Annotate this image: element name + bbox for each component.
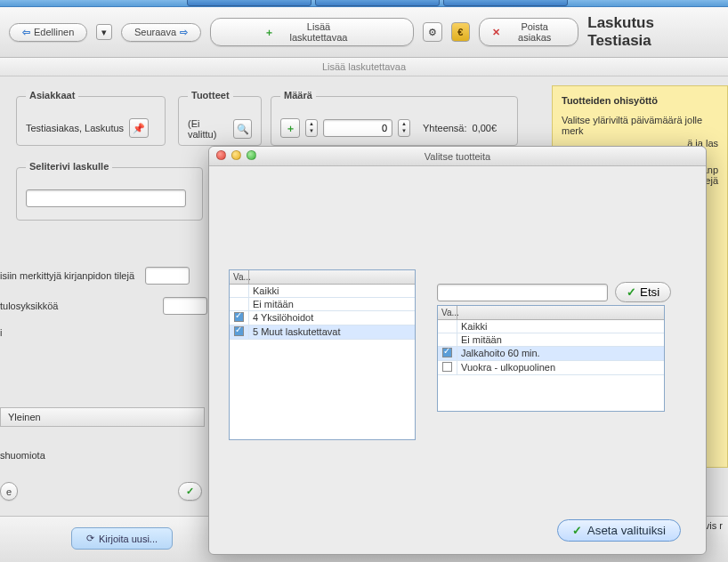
row-label: Kaikki: [457, 320, 664, 333]
attention-label: shuomiota: [0, 450, 45, 461]
amount-fieldset: Määrä ＋ ▲▼ ▲▼ Yhteensä: 0,00€: [271, 96, 518, 146]
row-checkbox-cell[interactable]: [230, 325, 249, 339]
check-icon: ✓: [627, 285, 636, 299]
list-item[interactable]: Ei mitään: [438, 333, 664, 347]
bottom-btn-right[interactable]: ✓: [178, 482, 202, 501]
next-button[interactable]: Seuraava ⇨: [121, 23, 201, 42]
list-item[interactable]: 5 Muut laskutettavat: [230, 325, 415, 340]
general-label: Yleinen: [8, 412, 41, 422]
arrow-right-icon: ⇨: [180, 27, 188, 38]
description-fieldset: Seliterivi laskulle: [16, 167, 203, 221]
main-toolbar: ⇦ Edellinen ▾ Seuraava ⇨ ＋ Lisää laskute…: [0, 7, 728, 58]
close-icon[interactable]: [216, 150, 226, 160]
row-label: Ei mitään: [457, 333, 664, 346]
search-button[interactable]: ✓ Etsi: [615, 282, 671, 302]
col-header-name[interactable]: [249, 270, 415, 284]
list-item[interactable]: Ei mitään: [230, 298, 415, 311]
description-legend: Seliterivi laskulle: [26, 161, 112, 172]
check-icon: ✓: [572, 524, 582, 537]
row-label: Jalkahoito 60 min.: [457, 347, 664, 360]
amount-input[interactable]: [323, 119, 392, 137]
euro-icon[interactable]: €: [451, 22, 471, 42]
row-label: Vuokra - ulkopuolinen: [457, 361, 664, 374]
checkbox-icon[interactable]: [442, 362, 452, 372]
list-item[interactable]: Kaikki: [230, 285, 415, 298]
amount-stepper-2[interactable]: ▲▼: [398, 119, 410, 137]
apply-selection-label: Aseta valituiksi: [587, 524, 666, 537]
row-label: Kaikki: [249, 285, 415, 297]
description-input[interactable]: [26, 189, 186, 207]
search-button-label: Etsi: [640, 285, 659, 299]
frag-unit-label: tulosyksikköä: [0, 301, 58, 311]
row-label: 5 Muut laskutettavat: [249, 325, 415, 339]
list-item[interactable]: Kaikki: [438, 320, 664, 333]
products-legend: Tuotteet: [188, 90, 233, 100]
total-label: Yhteensä:: [423, 123, 467, 133]
row-checkbox-cell[interactable]: [230, 285, 249, 297]
product-search-input[interactable]: [437, 284, 608, 301]
row-checkbox-cell[interactable]: [230, 298, 249, 310]
row-checkbox-cell[interactable]: [230, 311, 249, 325]
write-new-button[interactable]: ⟳ Kirjoita uusi...: [71, 527, 173, 550]
add-billable-label: Lisää laskutettavaa: [278, 21, 360, 43]
col-header-name-r[interactable]: [457, 306, 664, 319]
checkbox-icon[interactable]: [442, 348, 452, 357]
prev-button[interactable]: ⇦ Edellinen: [9, 23, 87, 42]
x-icon: ✕: [492, 27, 500, 38]
reload-icon: ⟳: [86, 533, 94, 544]
col-header-check[interactable]: Va...: [230, 270, 249, 284]
checkbox-icon[interactable]: [234, 326, 244, 336]
product-value: (Ei valittu): [188, 118, 228, 140]
row-label: Ei mitään: [249, 298, 415, 310]
products-fieldset: Tuotteet (Ei valittu) 🔍: [178, 96, 262, 146]
frag-accounts-input[interactable]: [145, 267, 190, 285]
customers-fieldset: Asiakkaat Testiasiakas, Laskutus 📌: [16, 96, 166, 146]
tools-icon[interactable]: ⚙: [423, 22, 442, 42]
checkbox-icon[interactable]: [234, 312, 244, 322]
list-item[interactable]: Vuokra - ulkopuolinen: [438, 361, 664, 375]
next-label: Seuraava: [134, 27, 176, 37]
history-dropdown[interactable]: ▾: [96, 24, 112, 40]
customers-legend: Asiakkaat: [26, 90, 78, 100]
write-new-label: Kirjoita uusi...: [99, 534, 158, 544]
total-value: 0,00€: [473, 123, 497, 133]
frag-i: i: [0, 327, 207, 338]
list-item[interactable]: Jalkahoito 60 min.: [438, 347, 664, 361]
subheader: Lisää laskutettavaa: [0, 58, 728, 76]
category-list: Va... KaikkiEi mitään4 Yksilöhoidot5 Muu…: [229, 269, 416, 440]
customer-pin-icon[interactable]: 📌: [129, 118, 149, 138]
apply-selection-button[interactable]: ✓ Aseta valituiksi: [557, 519, 681, 542]
list-item[interactable]: 4 Yksilöhoidot: [230, 311, 415, 325]
frag-unit-input[interactable]: [163, 297, 207, 315]
add-billable-button[interactable]: ＋ Lisää laskutettavaa: [210, 18, 414, 46]
top-tab-2[interactable]: [315, 0, 440, 6]
amount-add-icon[interactable]: ＋: [280, 118, 300, 138]
info-title: Tuotteiden ohisyöttö: [562, 95, 718, 106]
top-tab-3[interactable]: [443, 0, 568, 6]
prev-label: Edellinen: [34, 27, 74, 37]
row-checkbox-cell[interactable]: [438, 347, 457, 360]
dialog-titlebar[interactable]: Valitse tuotteita: [209, 147, 706, 166]
top-tab-1[interactable]: [187, 0, 311, 6]
page-title: Laskutus Testiasia: [587, 14, 719, 50]
dialog-title: Valitse tuotteita: [425, 151, 490, 162]
customer-name: Testiasiakas, Laskutus: [26, 123, 124, 133]
general-tab[interactable]: Yleinen: [0, 407, 205, 427]
row-checkbox-cell[interactable]: [438, 320, 457, 333]
plus-icon: ＋: [264, 26, 274, 39]
col-header-check-r[interactable]: Va...: [438, 306, 457, 319]
row-checkbox-cell[interactable]: [438, 333, 457, 346]
remove-customer-button[interactable]: ✕ Poista asiakas: [479, 18, 578, 46]
row-label: 4 Yksilöhoidot: [249, 311, 415, 325]
amount-stepper-1[interactable]: ▲▼: [305, 119, 318, 137]
remove-customer-label: Poista asiakas: [504, 21, 565, 43]
amount-legend: Määrä: [280, 90, 316, 100]
arrow-left-icon: ⇦: [22, 27, 30, 38]
product-search-icon[interactable]: 🔍: [233, 119, 252, 139]
product-list: Va... KaikkiEi mitäänJalkahoito 60 min.V…: [437, 305, 665, 412]
bottom-btn-left[interactable]: e: [0, 482, 18, 501]
minimize-icon[interactable]: [231, 150, 241, 160]
zoom-icon[interactable]: [247, 150, 256, 160]
row-checkbox-cell[interactable]: [438, 361, 457, 374]
select-products-dialog: Valitse tuotteita Va... KaikkiEi mitään4…: [208, 146, 707, 555]
